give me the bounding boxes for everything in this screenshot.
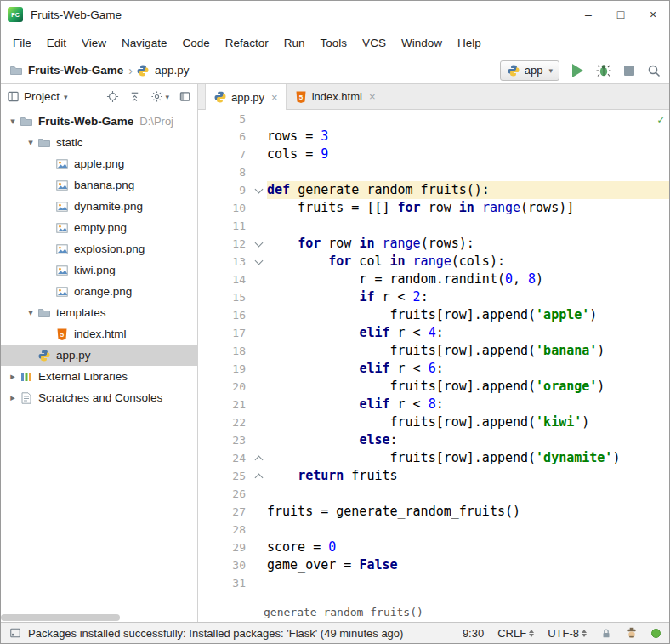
code-line-20[interactable]: 20 fruits[row].append('orange') [198, 378, 669, 396]
code-line-22[interactable]: 22 fruits[row].append('kiwi') [198, 413, 669, 431]
tree-item-apple-png[interactable]: apple.png [1, 153, 197, 174]
tab-index-html[interactable]: 5index.html× [287, 84, 384, 109]
code-line-7[interactable]: 7cols = 9 [198, 145, 669, 163]
code-line-14[interactable]: 14 r = random.randint(0, 8) [198, 271, 669, 288]
chevron-down-icon[interactable]: ▾ [24, 137, 37, 148]
tree-item-scratches-and-consoles[interactable]: ▸Scratches and Consoles [1, 387, 197, 408]
encoding-widget[interactable]: UTF-8 [548, 627, 587, 640]
chevron-down-icon[interactable]: ▾ [6, 116, 20, 127]
tree-item-orange-png[interactable]: orange.png [1, 281, 197, 302]
menu-item-tools[interactable]: Tools [313, 33, 355, 53]
inspector-icon [626, 627, 638, 640]
breadcrumb-project[interactable]: Fruits-Web-Game [28, 64, 123, 77]
code-line-10[interactable]: 10 fruits = [[] for row in range(rows)] [198, 199, 669, 217]
run-button[interactable] [572, 64, 583, 77]
highlighting-level-button[interactable] [626, 627, 638, 640]
tree-item-fruits-web-game[interactable]: ▾Fruits-Web-GameD:\Proj [1, 111, 197, 132]
project-view-selector[interactable]: Project [24, 90, 60, 103]
tree-item-index-html[interactable]: 5index.html [1, 323, 197, 345]
inspection-check-icon[interactable]: ✓ [657, 113, 664, 126]
tree-item-templates[interactable]: ▾templates [1, 302, 197, 323]
code-line-6[interactable]: 6rows = 3 [198, 128, 669, 145]
code-line-5[interactable]: 5 [198, 110, 669, 128]
code-line-23[interactable]: 23 else: [198, 431, 669, 449]
code-line-28[interactable]: 28 [198, 521, 669, 539]
toolwindow-toggle-icon[interactable] [9, 627, 21, 639]
status-message[interactable]: Packages installed successfully: Install… [28, 627, 403, 640]
code-line-26[interactable]: 26 [198, 485, 669, 503]
code-line-25[interactable]: 25 return fruits [198, 467, 669, 485]
close-button[interactable]: × [637, 1, 669, 28]
tree-item-dynamite-png[interactable]: dynamite.png [1, 196, 197, 217]
code-line-30[interactable]: 30game_over = False [198, 556, 669, 574]
menu-item-run[interactable]: Run [276, 33, 313, 53]
chevron-right-icon[interactable]: ▸ [6, 392, 20, 403]
hide-panel-button[interactable] [179, 90, 191, 103]
menu-item-file[interactable]: File [5, 33, 39, 53]
code-line-29[interactable]: 29score = 0 [198, 539, 669, 556]
fold-collapse-icon[interactable] [253, 181, 267, 199]
maximize-button[interactable]: □ [605, 1, 637, 28]
code-line-12[interactable]: 12 for row in range(rows): [198, 235, 669, 253]
code-line-13[interactable]: 13 for col in range(cols): [198, 253, 669, 271]
debug-button[interactable] [596, 64, 611, 77]
code-line-27[interactable]: 27fruits = generate_random_fruits() [198, 503, 669, 521]
notifications-icon[interactable] [651, 629, 661, 638]
stop-button[interactable] [624, 66, 634, 76]
chevron-down-icon[interactable]: ▾ [24, 307, 37, 318]
menu-item-vcs[interactable]: VCS [355, 33, 394, 53]
tab-app-py[interactable]: app.py× [205, 84, 287, 110]
minimize-button[interactable]: – [572, 1, 605, 28]
tree-item-app-py[interactable]: app.py [1, 345, 197, 366]
line-separator-value: CRLF [497, 627, 526, 640]
readonly-lock-button[interactable] [600, 627, 612, 640]
menu-item-navigate[interactable]: Navigate [114, 33, 174, 53]
menu-item-view[interactable]: View [74, 33, 114, 53]
horizontal-scrollbar[interactable] [1, 614, 197, 621]
code-line-8[interactable]: 8 [198, 163, 669, 181]
locate-file-button[interactable] [106, 90, 119, 103]
tree-item-external-libraries[interactable]: ▸External Libraries [1, 366, 197, 387]
code-line-11[interactable]: 11 [198, 217, 669, 235]
tree-item-banana-png[interactable]: banana.png [1, 174, 197, 196]
code-line-16[interactable]: 16 fruits[row].append('apple') [198, 306, 669, 324]
menu-item-edit[interactable]: Edit [39, 33, 74, 53]
settings-gear-button[interactable]: ▾ [150, 90, 169, 103]
code-line-21[interactable]: 21 elif r < 8: [198, 396, 669, 413]
tab-label: index.html [312, 90, 362, 103]
code-line-15[interactable]: 15 if r < 2: [198, 288, 669, 306]
line-number: 29 [198, 539, 253, 556]
tree-item-kiwi-png[interactable]: kiwi.png [1, 259, 197, 281]
code-line-19[interactable]: 19 elif r < 6: [198, 360, 669, 378]
breadcrumb-function[interactable]: generate_random_fruits() [264, 606, 423, 618]
breadcrumb-file[interactable]: app.py [155, 64, 190, 77]
fold-end-icon[interactable] [253, 449, 267, 467]
close-tab-icon[interactable]: × [369, 90, 376, 103]
caret-position-widget[interactable]: 9:30 [463, 627, 484, 640]
tree-item-explosion-png[interactable]: explosion.png [1, 238, 197, 259]
close-tab-icon[interactable]: × [271, 91, 278, 104]
tree-item-static[interactable]: ▾static [1, 132, 197, 153]
fold-end-icon[interactable] [253, 467, 267, 485]
menu-item-refactor[interactable]: Refactor [218, 33, 276, 53]
code-line-9[interactable]: 9def generate_random_fruits(): [198, 181, 669, 199]
code-editor[interactable]: 56rows = 37cols = 989def generate_random… [198, 110, 669, 601]
scrollbar-thumb[interactable] [1, 614, 120, 621]
tree-item-empty-png[interactable]: empty.png [1, 217, 197, 238]
code-line-31[interactable]: 31 [198, 574, 669, 592]
menu-item-help[interactable]: Help [450, 33, 489, 53]
menu-item-window[interactable]: Window [394, 33, 450, 53]
main-area: Project ▾ ▾ [1, 84, 669, 622]
line-separator-widget[interactable]: CRLF [497, 627, 534, 640]
code-line-17[interactable]: 17 elif r < 4: [198, 324, 669, 342]
run-configuration-selector[interactable]: app ▾ [500, 60, 559, 81]
fold-collapse-icon[interactable] [253, 253, 267, 271]
code-line-18[interactable]: 18 fruits[row].append('banana') [198, 342, 669, 360]
collapse-all-button[interactable] [128, 90, 141, 103]
chevron-right-icon[interactable]: ▸ [6, 371, 20, 382]
fold-collapse-icon[interactable] [253, 235, 267, 253]
line-number: 10 [198, 199, 253, 217]
code-line-24[interactable]: 24 fruits[row].append('dynamite') [198, 449, 669, 467]
search-everywhere-button[interactable] [647, 64, 661, 77]
menu-item-code[interactable]: Code [174, 33, 217, 53]
